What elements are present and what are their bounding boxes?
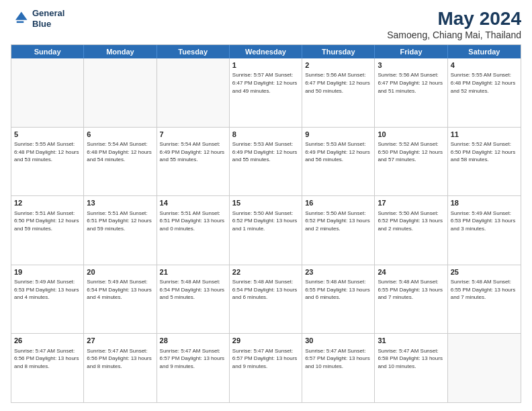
cell-date: 21 — [160, 267, 226, 277]
logo-text: General Blue — [32, 8, 64, 29]
cell-date: 10 — [378, 130, 444, 140]
calendar-cell-3-0: 19Sunrise: 5:49 AM Sunset: 6:53 PM Dayli… — [11, 265, 84, 334]
calendar-row-2: 12Sunrise: 5:51 AM Sunset: 6:50 PM Dayli… — [11, 196, 521, 265]
cell-content: Sunrise: 5:52 AM Sunset: 6:50 PM Dayligh… — [378, 140, 444, 164]
cell-date: 9 — [305, 130, 371, 140]
day-headers: SundayMondayTuesdayWednesdayThursdayFrid… — [11, 45, 521, 58]
cell-content: Sunrise: 5:47 AM Sunset: 6:57 PM Dayligh… — [232, 347, 299, 371]
cell-content: Sunrise: 5:47 AM Sunset: 6:58 PM Dayligh… — [378, 347, 444, 371]
calendar-cell-3-3: 22Sunrise: 5:48 AM Sunset: 6:54 PM Dayli… — [230, 265, 302, 334]
calendar-cell-4-0: 26Sunrise: 5:47 AM Sunset: 6:56 PM Dayli… — [11, 334, 84, 402]
calendar-cell-4-2: 28Sunrise: 5:47 AM Sunset: 6:57 PM Dayli… — [157, 334, 230, 402]
cell-date: 7 — [160, 130, 226, 140]
cell-date: 22 — [232, 267, 299, 277]
cell-date: 11 — [451, 130, 518, 140]
cell-date: 16 — [305, 198, 371, 208]
cell-content: Sunrise: 5:49 AM Sunset: 6:54 PM Dayligh… — [87, 278, 153, 302]
calendar-cell-4-6 — [448, 334, 521, 402]
cell-content: Sunrise: 5:51 AM Sunset: 6:50 PM Dayligh… — [14, 210, 81, 233]
cell-content: Sunrise: 5:51 AM Sunset: 6:51 PM Dayligh… — [87, 210, 153, 233]
month-year: May 2024 — [387, 8, 521, 30]
cell-date: 8 — [232, 130, 299, 140]
calendar-cell-0-4: 2Sunrise: 5:56 AM Sunset: 6:47 PM Daylig… — [302, 58, 375, 127]
calendar-cell-0-3: 1Sunrise: 5:57 AM Sunset: 6:47 PM Daylig… — [230, 58, 302, 127]
calendar-cell-1-2: 7Sunrise: 5:54 AM Sunset: 6:49 PM Daylig… — [157, 128, 230, 196]
calendar-cell-4-5: 31Sunrise: 5:47 AM Sunset: 6:58 PM Dayli… — [375, 334, 447, 402]
cell-date: 23 — [305, 267, 371, 277]
cell-date: 25 — [451, 267, 518, 277]
day-header-friday: Friday — [375, 45, 447, 58]
calendar-body: 1Sunrise: 5:57 AM Sunset: 6:47 PM Daylig… — [11, 58, 521, 402]
calendar-row-0: 1Sunrise: 5:57 AM Sunset: 6:47 PM Daylig… — [11, 58, 521, 128]
calendar-cell-2-2: 14Sunrise: 5:51 AM Sunset: 6:51 PM Dayli… — [157, 196, 230, 265]
calendar-cell-0-0 — [11, 58, 84, 127]
cell-content: Sunrise: 5:48 AM Sunset: 6:54 PM Dayligh… — [160, 278, 226, 302]
cell-date: 12 — [14, 198, 81, 208]
cell-date: 14 — [160, 198, 226, 208]
calendar-cell-3-6: 25Sunrise: 5:48 AM Sunset: 6:55 PM Dayli… — [448, 265, 521, 334]
calendar-cell-2-3: 15Sunrise: 5:50 AM Sunset: 6:52 PM Dayli… — [230, 196, 302, 265]
day-header-tuesday: Tuesday — [157, 45, 230, 58]
calendar-cell-1-3: 8Sunrise: 5:53 AM Sunset: 6:49 PM Daylig… — [230, 128, 302, 196]
cell-content: Sunrise: 5:47 AM Sunset: 6:56 PM Dayligh… — [87, 347, 153, 371]
cell-content: Sunrise: 5:53 AM Sunset: 6:49 PM Dayligh… — [232, 140, 299, 164]
cell-content: Sunrise: 5:50 AM Sunset: 6:52 PM Dayligh… — [378, 210, 444, 233]
calendar-cell-2-0: 12Sunrise: 5:51 AM Sunset: 6:50 PM Dayli… — [11, 196, 84, 265]
cell-content: Sunrise: 5:48 AM Sunset: 6:54 PM Dayligh… — [232, 278, 299, 302]
cell-date: 30 — [305, 336, 371, 346]
cell-content: Sunrise: 5:54 AM Sunset: 6:49 PM Dayligh… — [160, 140, 226, 164]
cell-date: 5 — [14, 130, 81, 140]
svg-rect-1 — [17, 21, 24, 23]
day-header-thursday: Thursday — [302, 45, 375, 58]
cell-date: 15 — [232, 198, 299, 208]
cell-content: Sunrise: 5:53 AM Sunset: 6:49 PM Dayligh… — [305, 140, 371, 164]
calendar: SundayMondayTuesdayWednesdayThursdayFrid… — [11, 44, 521, 403]
calendar-cell-2-4: 16Sunrise: 5:50 AM Sunset: 6:52 PM Dayli… — [302, 196, 375, 265]
logo: General Blue — [11, 8, 64, 29]
cell-content: Sunrise: 5:48 AM Sunset: 6:55 PM Dayligh… — [451, 278, 518, 302]
cell-content: Sunrise: 5:57 AM Sunset: 6:47 PM Dayligh… — [232, 71, 299, 95]
day-header-wednesday: Wednesday — [230, 45, 302, 58]
calendar-row-3: 19Sunrise: 5:49 AM Sunset: 6:53 PM Dayli… — [11, 265, 521, 334]
cell-date: 28 — [160, 336, 226, 346]
cell-date: 2 — [305, 60, 371, 71]
cell-content: Sunrise: 5:56 AM Sunset: 6:47 PM Dayligh… — [378, 71, 444, 95]
calendar-cell-1-0: 5Sunrise: 5:55 AM Sunset: 6:48 PM Daylig… — [11, 128, 84, 196]
calendar-cell-1-6: 11Sunrise: 5:52 AM Sunset: 6:50 PM Dayli… — [448, 128, 521, 196]
cell-date: 13 — [87, 198, 153, 208]
calendar-cell-1-4: 9Sunrise: 5:53 AM Sunset: 6:49 PM Daylig… — [302, 128, 375, 196]
logo-line1: General — [32, 8, 64, 18]
calendar-row-4: 26Sunrise: 5:47 AM Sunset: 6:56 PM Dayli… — [11, 334, 521, 402]
cell-date: 29 — [232, 336, 299, 346]
cell-content: Sunrise: 5:47 AM Sunset: 6:57 PM Dayligh… — [305, 347, 371, 371]
calendar-cell-3-2: 21Sunrise: 5:48 AM Sunset: 6:54 PM Dayli… — [157, 265, 230, 334]
cell-date: 18 — [451, 198, 518, 208]
cell-date: 3 — [378, 60, 444, 71]
cell-date: 4 — [451, 60, 518, 71]
calendar-cell-0-5: 3Sunrise: 5:56 AM Sunset: 6:47 PM Daylig… — [375, 58, 447, 127]
day-header-sunday: Sunday — [11, 45, 84, 58]
cell-content: Sunrise: 5:49 AM Sunset: 6:53 PM Dayligh… — [14, 278, 81, 302]
cell-date: 27 — [87, 336, 153, 346]
cell-content: Sunrise: 5:47 AM Sunset: 6:56 PM Dayligh… — [14, 347, 81, 371]
cell-content: Sunrise: 5:52 AM Sunset: 6:50 PM Dayligh… — [451, 140, 518, 164]
location: Samoeng, Chiang Mai, Thailand — [387, 30, 521, 40]
cell-date: 31 — [378, 336, 444, 346]
calendar-cell-1-1: 6Sunrise: 5:54 AM Sunset: 6:48 PM Daylig… — [84, 128, 157, 196]
calendar-row-1: 5Sunrise: 5:55 AM Sunset: 6:48 PM Daylig… — [11, 128, 521, 197]
cell-date: 1 — [232, 60, 299, 71]
day-header-monday: Monday — [84, 45, 157, 58]
cell-content: Sunrise: 5:50 AM Sunset: 6:52 PM Dayligh… — [305, 210, 371, 233]
cell-content: Sunrise: 5:54 AM Sunset: 6:48 PM Dayligh… — [87, 140, 153, 164]
cell-date: 19 — [14, 267, 81, 277]
calendar-cell-2-5: 17Sunrise: 5:50 AM Sunset: 6:52 PM Dayli… — [375, 196, 447, 265]
logo-icon — [11, 9, 30, 28]
cell-content: Sunrise: 5:47 AM Sunset: 6:57 PM Dayligh… — [160, 347, 226, 371]
cell-content: Sunrise: 5:48 AM Sunset: 6:55 PM Dayligh… — [378, 278, 444, 302]
calendar-cell-3-5: 24Sunrise: 5:48 AM Sunset: 6:55 PM Dayli… — [375, 265, 447, 334]
cell-content: Sunrise: 5:48 AM Sunset: 6:55 PM Dayligh… — [305, 278, 371, 302]
cell-content: Sunrise: 5:51 AM Sunset: 6:51 PM Dayligh… — [160, 210, 226, 233]
calendar-cell-4-4: 30Sunrise: 5:47 AM Sunset: 6:57 PM Dayli… — [302, 334, 375, 402]
cell-date: 6 — [87, 130, 153, 140]
header: General Blue May 2024 Samoeng, Chiang Ma… — [11, 8, 521, 40]
